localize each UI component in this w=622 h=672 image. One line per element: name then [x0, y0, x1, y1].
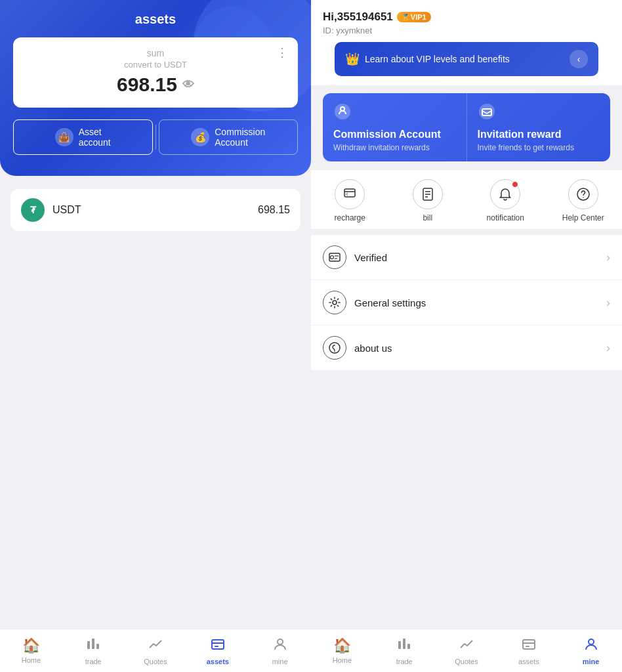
r-mine-label: mine: [583, 658, 600, 665]
verified-label: Verified: [354, 252, 606, 263]
amount-value: 698.15: [117, 74, 177, 96]
svg-rect-1: [92, 639, 94, 649]
left-nav-trade[interactable]: trade: [62, 635, 125, 668]
usdt-icon: ₮: [21, 198, 45, 222]
left-nav-mine[interactable]: mine: [249, 635, 311, 668]
svg-point-21: [333, 301, 337, 304]
vip-badge: 🏅 VIP1: [397, 12, 431, 22]
commission-account-card[interactable]: Commission Account Withdraw invitation r…: [323, 93, 466, 161]
settings-icon: [323, 291, 346, 314]
assets-label: assets: [207, 658, 229, 665]
asset-account-button[interactable]: 👜 Assetaccount: [13, 119, 153, 155]
commission-account-label: CommissionAccount: [215, 127, 265, 148]
trade-label: trade: [85, 658, 102, 665]
left-nav-home[interactable]: 🏠 Home: [0, 635, 62, 668]
settings-chevron: ›: [606, 296, 610, 310]
bill-icon-wrap: [413, 179, 443, 209]
bill-action[interactable]: bill: [389, 179, 467, 222]
svg-rect-3: [212, 640, 224, 649]
svg-point-4: [278, 639, 283, 644]
vip-label: VIP1: [411, 13, 426, 21]
convert-label: convert to USDT: [25, 60, 286, 70]
home-icon: 🏠: [22, 637, 40, 654]
notification-action[interactable]: notification: [466, 179, 545, 222]
svg-point-7: [479, 104, 495, 119]
verified-icon: [323, 245, 346, 269]
help-center-label: Help Center: [562, 213, 604, 222]
svg-rect-0: [87, 641, 90, 649]
svg-point-23: [334, 351, 335, 352]
user-id: ID: yxymknet: [323, 26, 610, 35]
recharge-action[interactable]: 0 recharge: [311, 179, 389, 222]
user-header: Hi,355194651 🏅 VIP1 ID: yxymknet 👑 Learn…: [311, 0, 622, 85]
left-header: assets ⋮ sum convert to USDT 698.15 👁 👜 …: [0, 0, 311, 176]
commission-section: Commission Account Withdraw invitation r…: [323, 93, 610, 161]
recharge-label: recharge: [335, 213, 365, 222]
more-menu-icon[interactable]: ⋮: [276, 45, 289, 60]
right-bottom-nav: 🏠 Home trade Quotes: [311, 629, 622, 672]
invitation-reward-title: Invitation reward: [478, 129, 600, 140]
svg-point-28: [589, 639, 594, 644]
mine-icon: [273, 637, 287, 656]
invitation-reward-card[interactable]: Invitation reward Invite friends to get …: [466, 93, 611, 161]
svg-rect-2: [96, 644, 99, 649]
usdt-amount: 698.15: [258, 204, 290, 216]
svg-rect-25: [403, 639, 405, 649]
notification-dot: [512, 181, 518, 188]
commission-account-button[interactable]: 💰 CommissionAccount: [159, 119, 299, 155]
wallet-icon: 👜: [55, 128, 73, 146]
left-nav-quotes[interactable]: Quotes: [125, 635, 187, 668]
invitation-card-icon: [478, 102, 600, 125]
mine-label: mine: [272, 658, 288, 665]
commission-account-sub: Withdraw invitation rewards: [333, 143, 456, 152]
quotes-label: Quotes: [144, 658, 167, 665]
assets-title: assets: [13, 12, 298, 27]
r-assets-icon: [522, 637, 536, 656]
commission-card-icon: [333, 102, 456, 125]
help-center-action[interactable]: Help Center: [545, 179, 623, 222]
r-mine-icon: [584, 637, 598, 656]
notification-label: notification: [487, 213, 524, 222]
vip-banner-label: Learn about VIP levels and benefits: [365, 54, 510, 64]
recharge-icon-wrap: 0: [335, 179, 365, 209]
right-content: Hi,355194651 🏅 VIP1 ID: yxymknet 👑 Learn…: [311, 0, 622, 629]
right-nav-quotes[interactable]: Quotes: [436, 635, 498, 668]
vip-banner[interactable]: 👑 Learn about VIP levels and benefits ‹: [335, 42, 598, 76]
notification-icon-wrap: [490, 179, 520, 209]
right-nav-home[interactable]: 🏠 Home: [311, 635, 373, 668]
general-settings-label: General settings: [354, 297, 606, 308]
r-quotes-icon: [459, 637, 474, 656]
menu-list: Verified › General settings ›: [311, 235, 622, 370]
about-us-menu-item[interactable]: about us ›: [311, 326, 622, 370]
left-panel: assets ⋮ sum convert to USDT 698.15 👁 👜 …: [0, 0, 311, 672]
about-us-chevron: ›: [606, 341, 610, 355]
home-label: Home: [22, 656, 41, 664]
right-nav-mine[interactable]: mine: [560, 635, 622, 668]
user-hi-text: Hi,355194651: [323, 10, 393, 24]
usdt-asset-row[interactable]: ₮ USDT 698.15: [10, 189, 301, 231]
right-nav-trade[interactable]: trade: [373, 635, 436, 668]
svg-rect-24: [398, 641, 401, 649]
crown-icon: 🏅: [402, 14, 409, 21]
svg-text:0: 0: [346, 192, 348, 196]
account-buttons: 👜 Assetaccount 💰 CommissionAccount: [13, 119, 298, 155]
eye-icon[interactable]: 👁: [182, 78, 194, 92]
svg-rect-17: [329, 253, 340, 261]
invitation-reward-sub: Invite friends to get rewards: [478, 143, 600, 152]
left-nav-assets[interactable]: assets: [186, 635, 249, 668]
account-divider: [156, 125, 156, 150]
sum-label: sum: [25, 48, 286, 58]
about-us-icon: [323, 336, 346, 360]
quick-actions: 0 recharge bill: [311, 169, 622, 230]
user-greeting: Hi,355194651 🏅 VIP1: [323, 10, 610, 24]
r-quotes-label: Quotes: [455, 658, 478, 665]
svg-rect-27: [523, 640, 535, 649]
verified-chevron: ›: [606, 251, 610, 264]
verified-menu-item[interactable]: Verified ›: [311, 235, 622, 280]
general-settings-menu-item[interactable]: General settings ›: [311, 280, 622, 326]
quotes-icon: [148, 637, 163, 656]
about-us-label: about us: [354, 343, 606, 354]
right-panel: Hi,355194651 🏅 VIP1 ID: yxymknet 👑 Learn…: [311, 0, 622, 672]
right-nav-assets[interactable]: assets: [497, 635, 560, 668]
r-trade-icon: [397, 637, 411, 656]
